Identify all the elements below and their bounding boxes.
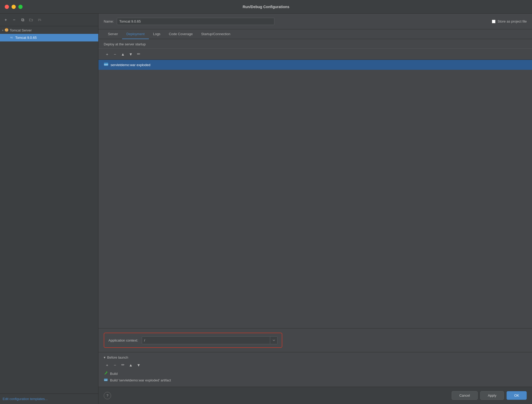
deploy-down-button[interactable]: ▼ — [127, 51, 134, 57]
title-bar: Run/Debug Configurations — [0, 0, 532, 14]
before-launch-chevron-icon: ▾ — [104, 355, 106, 359]
tab-server[interactable]: Server — [104, 29, 122, 39]
deploy-list: WAR servletdemo:war exploded — [98, 60, 532, 328]
remove-config-button[interactable]: − — [11, 16, 18, 24]
bl-artifact-label: Build 'servletdemo:war exploded' artifac… — [110, 378, 171, 382]
copy-config-button[interactable]: ⧉ — [19, 16, 26, 24]
tab-logs[interactable]: Logs — [149, 29, 165, 39]
app-context-label: Application context: — [108, 338, 138, 342]
bl-up-button[interactable]: ▲ — [127, 362, 134, 368]
app-context-input-container — [142, 336, 278, 344]
traffic-lights[interactable] — [5, 5, 23, 9]
tab-code-coverage[interactable]: Code Coverage — [165, 29, 197, 39]
deploy-item-label: servletdemo:war exploded — [111, 63, 150, 67]
build-icon — [104, 371, 108, 376]
deploy-item[interactable]: WAR servletdemo:war exploded — [98, 60, 532, 70]
deploy-section-header: Deploy at the server startup — [98, 39, 532, 49]
cancel-button[interactable]: Cancel — [452, 391, 477, 400]
before-launch-header: ▾ Before launch — [104, 355, 527, 359]
sidebar-items: ▾ TC Tomcat Server TC — [0, 26, 98, 394]
sidebar-footer: Edit configuration templates... — [0, 394, 98, 404]
app-context-dropdown-button[interactable] — [270, 337, 277, 344]
svg-text:TC: TC — [10, 36, 13, 39]
sidebar-toolbar: + − ⧉ — [0, 14, 98, 26]
tab-deployment[interactable]: Deployment — [122, 29, 149, 39]
close-button[interactable] — [5, 5, 9, 9]
store-project-row: Store as project file — [492, 19, 527, 23]
name-row: Name: Store as project file — [98, 14, 532, 29]
app-context-section: Application context: — [98, 328, 532, 352]
tomcat-server-group: ▾ TC Tomcat Server TC — [0, 26, 98, 42]
tomcat-icon: TC — [4, 28, 9, 33]
ok-button[interactable]: OK — [507, 391, 527, 400]
tabs-row: Server Deployment Logs Code Coverage Sta… — [98, 29, 532, 39]
tomcat-server-group-header[interactable]: ▾ TC Tomcat Server — [0, 27, 98, 34]
store-project-checkbox[interactable] — [492, 20, 496, 23]
bl-item-artifact[interactable]: WAR Build 'servletdemo:war exploded' art… — [104, 377, 527, 384]
tab-startup-connection[interactable]: Startup/Connection — [197, 29, 234, 39]
tomcat-item-icon: TC — [9, 35, 14, 40]
bl-remove-button[interactable]: − — [112, 362, 118, 368]
artifact-icon: WAR — [104, 378, 108, 383]
minimize-button[interactable] — [12, 5, 16, 9]
bl-item-build[interactable]: Build — [104, 370, 527, 377]
content-area: Name: Store as project file Server Deplo… — [98, 14, 532, 404]
before-launch-section: ▾ Before launch + − ✏ ▲ ▼ — [98, 352, 532, 387]
before-launch-toolbar: + − ✏ ▲ ▼ — [104, 362, 527, 368]
bl-down-button[interactable]: ▼ — [135, 362, 142, 368]
svg-text:WAR: WAR — [104, 379, 107, 381]
apply-button[interactable]: Apply — [480, 391, 504, 400]
sidebar-item-tomcat[interactable]: TC Tomcat 9.0.65 — [0, 34, 98, 41]
deploy-add-button[interactable]: + — [104, 51, 111, 57]
deploy-edit-button[interactable]: ✏ — [135, 51, 142, 57]
deploy-section-label: Deploy at the server startup — [104, 42, 146, 46]
tomcat-server-label: Tomcat Server — [10, 28, 32, 32]
deploy-remove-button[interactable]: − — [112, 51, 118, 57]
war-exploded-icon: WAR — [104, 62, 108, 68]
bl-add-button[interactable]: + — [104, 362, 111, 368]
add-config-button[interactable]: + — [2, 16, 9, 24]
name-label: Name: — [104, 19, 114, 23]
window-title: Run/Debug Configurations — [243, 5, 289, 9]
store-project-label: Store as project file — [498, 19, 527, 23]
maximize-button[interactable] — [18, 5, 23, 9]
folder-config-button[interactable] — [27, 16, 35, 24]
before-launch-label: Before launch — [107, 355, 128, 359]
app-context-highlight-box: Application context: — [104, 333, 282, 348]
app-context-input[interactable] — [142, 337, 270, 344]
svg-text:TC: TC — [5, 29, 8, 31]
deploy-toolbar: + − ▲ ▼ ✏ — [98, 49, 532, 60]
sort-config-button[interactable] — [36, 16, 43, 24]
sidebar: + − ⧉ ▾ — [0, 14, 98, 404]
chevron-down-icon: ▾ — [2, 29, 3, 32]
bottom-bar: ? Cancel Apply OK — [98, 387, 532, 404]
bl-edit-button[interactable]: ✏ — [119, 362, 126, 368]
main-layout: + − ⧉ ▾ — [0, 14, 532, 404]
deployment-tab-content: Deploy at the server startup + − ▲ ▼ ✏ W… — [98, 39, 532, 387]
help-button[interactable]: ? — [104, 392, 111, 399]
edit-templates-link[interactable]: Edit configuration templates... — [3, 397, 48, 401]
sidebar-item-label: Tomcat 9.0.65 — [15, 36, 37, 40]
deploy-up-button[interactable]: ▲ — [119, 51, 126, 57]
svg-text:WAR: WAR — [104, 64, 108, 66]
name-input[interactable] — [117, 18, 274, 25]
bl-build-label: Build — [110, 372, 118, 376]
